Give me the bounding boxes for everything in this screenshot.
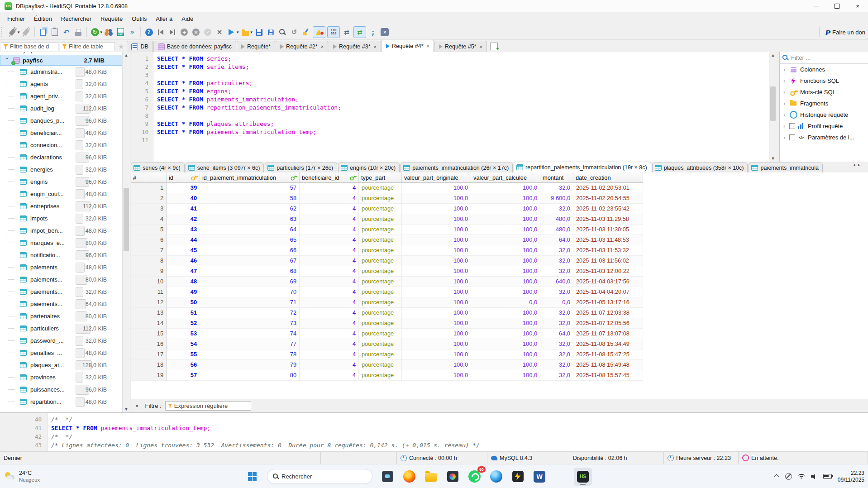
close-filter-icon[interactable]: × bbox=[135, 402, 139, 409]
chevron-right-icon[interactable]: › bbox=[783, 66, 789, 73]
warnings-toggle-icon[interactable] bbox=[313, 26, 325, 38]
tree-table-impot_ben[interactable]: impot_ben... 48,0 KiB bbox=[0, 225, 123, 237]
taskbar-app-heidisql[interactable]: HS bbox=[574, 468, 592, 486]
tree-table-declarations[interactable]: declarations 96,0 KiB bbox=[0, 151, 123, 163]
scroll-down-icon[interactable]: ▼ bbox=[123, 407, 130, 411]
replace-icon[interactable]: ↺ bbox=[289, 27, 299, 38]
result-tab[interactable]: paiements_immatricula bbox=[749, 163, 823, 172]
favorites-star-icon[interactable]: ★ bbox=[118, 43, 124, 51]
connect-dropdown-icon[interactable]: ▾ bbox=[18, 30, 20, 34]
tree-table-impots[interactable]: impots 32,0 KiB bbox=[0, 212, 123, 225]
table-row[interactable]: 1654774pourcentage100,0100,032,02025-11-… bbox=[131, 339, 868, 349]
checkbox[interactable] bbox=[789, 134, 795, 140]
result-tab[interactable]: particuliers (17r × 26c) bbox=[265, 163, 337, 172]
tree-table-connexion[interactable]: connexion... 32,0 KiB bbox=[0, 139, 123, 151]
table-row[interactable]: 1856794pourcentage100,0100,032,02025-11-… bbox=[131, 360, 868, 370]
tab-Requête*[interactable]: Requête* bbox=[237, 41, 275, 52]
table-row[interactable]: 1452734pourcentage100,0100,032,02025-11-… bbox=[131, 318, 868, 329]
editor-code[interactable]: SELECT * FROM series;SELECT * FROM serie… bbox=[153, 52, 769, 162]
column-header-#[interactable]: # bbox=[131, 172, 167, 183]
table-row[interactable]: 745664pourcentage100,0100,032,02025-11-0… bbox=[131, 245, 868, 256]
scrollbar-thumb[interactable] bbox=[770, 86, 776, 121]
apply-row-icon[interactable]: ✓ bbox=[203, 27, 213, 38]
go-last-icon[interactable] bbox=[167, 27, 177, 38]
tree-table-engin_coul[interactable]: engin_coul... 48,0 KiB bbox=[0, 188, 123, 200]
save-snippet-icon[interactable] bbox=[266, 27, 276, 38]
binary-toggle-icon[interactable]: 100010 bbox=[327, 26, 340, 38]
connect-icon[interactable] bbox=[7, 27, 17, 38]
tree-table-password_[interactable]: password_... 32,0 KiB bbox=[0, 335, 123, 347]
taskbar-clock[interactable]: 22:23 09/11/2025 bbox=[838, 470, 864, 483]
menu-fichier[interactable]: Fichier bbox=[3, 14, 29, 24]
taskbar-app-whatsapp[interactable]: 60 bbox=[465, 468, 483, 486]
close-tab-icon[interactable]: × bbox=[427, 43, 429, 49]
volume-icon[interactable] bbox=[811, 474, 817, 479]
tab-Requête #5*[interactable]: Requête #5* × bbox=[434, 41, 487, 52]
scroll-up-icon[interactable]: ▲ bbox=[123, 53, 130, 57]
reformat-icon[interactable] bbox=[301, 27, 311, 38]
taskbar-app-explorer[interactable] bbox=[422, 468, 440, 486]
database-filter-input[interactable]: Filtre base de d bbox=[1, 42, 58, 51]
result-tab[interactable]: engins (10r × 20c) bbox=[338, 163, 400, 172]
helper-item-historique-requ-te[interactable]: › Historique requête bbox=[780, 109, 868, 120]
tree-table-marques_e[interactable]: marques_e... 80,0 KiB bbox=[0, 237, 123, 249]
scroll-up-icon[interactable]: ▲ bbox=[769, 53, 777, 57]
disconnect-icon[interactable] bbox=[21, 27, 31, 38]
result-tab[interactable]: paiements_immatriculation (26r × 17c) bbox=[401, 163, 513, 172]
do-not-disturb-icon[interactable] bbox=[785, 473, 792, 480]
table-row[interactable]: 1250714pourcentage100,00,00,02025-11-05 … bbox=[131, 297, 868, 308]
tab-DB[interactable]: DB bbox=[127, 41, 153, 52]
tree-table-agent_priv[interactable]: agent_priv... 32,0 KiB bbox=[0, 90, 123, 102]
tree-table-administra[interactable]: administra... 48,0 KiB bbox=[0, 66, 123, 78]
tree-table-particuliers[interactable]: particuliers 112,0 KiB bbox=[0, 322, 123, 335]
table-row[interactable]: 543644pourcentage100,0100,0480,02025-11-… bbox=[131, 225, 868, 235]
result-tab[interactable]: serie_items (3 097r × 6c) bbox=[186, 163, 264, 172]
tree-table-engins[interactable]: engins 96,0 KiB bbox=[0, 176, 123, 188]
menu-aller à[interactable]: Aller à bbox=[151, 14, 177, 24]
helper-item-colonnes[interactable]: › Colonnes bbox=[780, 64, 868, 75]
helper-item-param-tres-de-l-[interactable]: › </> Paramètres de l... bbox=[780, 132, 868, 143]
table-filter-input[interactable]: Filtre de table bbox=[60, 42, 115, 51]
open-dropdown-icon[interactable]: ▾ bbox=[251, 30, 253, 34]
column-header-id[interactable]: id bbox=[167, 172, 200, 183]
tree-table-penalties_[interactable]: penalties_... 48,0 KiB bbox=[0, 347, 123, 359]
taskbar-app-lightning-app[interactable] bbox=[509, 468, 527, 486]
tree-table-puissances[interactable]: puissances... 96,0 KiB bbox=[0, 383, 123, 396]
close-tab-icon[interactable]: × bbox=[321, 44, 324, 49]
minimize-button[interactable] bbox=[806, 0, 826, 12]
helper-filter-input[interactable]: Filter ... bbox=[780, 52, 868, 64]
tree-table-paiements[interactable]: paiements... 80,0 KiB bbox=[0, 273, 123, 286]
sql-editor[interactable]: 1234567891011 SELECT * FROM series;SELEC… bbox=[131, 52, 777, 162]
print-icon[interactable] bbox=[73, 27, 83, 38]
editor-scrollbar[interactable]: ▲ ▼ bbox=[769, 52, 777, 162]
copy-icon[interactable] bbox=[38, 27, 48, 38]
delimiter-icon[interactable]: ; bbox=[368, 27, 378, 38]
taskbar-app-firefox[interactable] bbox=[400, 468, 418, 486]
table-row[interactable]: 1755784pourcentage100,0100,032,02025-11-… bbox=[131, 349, 868, 360]
column-header-valeur_part_calculee[interactable]: valeur_part_calculee bbox=[471, 172, 540, 183]
donate-area[interactable]: P Faire un don bbox=[817, 27, 868, 37]
tab-Base de données: payfisc[interactable]: Base de données: payfisc bbox=[153, 41, 236, 52]
maximize-button[interactable] bbox=[826, 0, 847, 12]
sidebar-scrollbar[interactable]: ▲ ▼ bbox=[122, 52, 130, 412]
menu-outils[interactable]: Outils bbox=[127, 14, 151, 24]
run-dropdown-icon[interactable]: ▾ bbox=[237, 30, 239, 34]
table-row[interactable]: 341624pourcentage100,0100,032,02025-11-0… bbox=[131, 204, 868, 214]
add-row-icon[interactable]: + bbox=[179, 27, 189, 38]
run-icon[interactable] bbox=[226, 27, 236, 38]
refresh-icon[interactable]: ↻ bbox=[90, 27, 100, 38]
helper-item-fonctions-sql[interactable]: › Fonctions SQL bbox=[780, 75, 868, 86]
table-row[interactable]: 442634pourcentage100,0100,0480,02025-11-… bbox=[131, 214, 868, 225]
go-first-icon[interactable] bbox=[156, 27, 166, 38]
start-button[interactable] bbox=[243, 468, 261, 486]
menu-aide[interactable]: Aide bbox=[177, 14, 198, 24]
paste-icon[interactable] bbox=[50, 27, 60, 38]
tree-table-entreprises[interactable]: entreprises 112,0 KiB bbox=[0, 200, 123, 212]
column-header-type_part[interactable]: type_part bbox=[359, 172, 402, 183]
table-row[interactable]: 1048694pourcentage100,0100,0640,02025-11… bbox=[131, 277, 868, 287]
sql-log-editor[interactable]: 40414243 /* */SELECT * FROM paiements_im… bbox=[0, 412, 868, 451]
wifi-icon[interactable] bbox=[798, 474, 805, 479]
table-row[interactable]: 644654pourcentage100,0100,064,02025-11-0… bbox=[131, 235, 868, 245]
chevron-right-icon[interactable]: › bbox=[783, 100, 789, 107]
chevron-right-icon[interactable]: › bbox=[783, 77, 789, 84]
